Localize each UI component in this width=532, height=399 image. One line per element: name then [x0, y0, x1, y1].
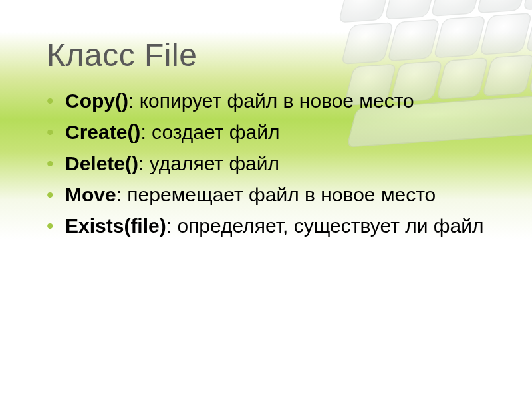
method-desc: : создает файл [140, 121, 279, 143]
method-desc: : копирует файл в новое место [128, 90, 414, 112]
list-item: Exists(file): определяет, существует ли … [47, 213, 492, 239]
method-desc: : определяет, существует ли файл [166, 215, 484, 237]
list-item: Create(): создает файл [47, 119, 492, 145]
method-name: Exists(file) [65, 215, 166, 237]
bullet-list: Copy(): копирует файл в новое место Crea… [47, 88, 492, 239]
method-name: Move [65, 184, 116, 205]
method-name: Copy() [65, 90, 128, 112]
method-desc: : удаляет файл [138, 152, 279, 174]
list-item: Copy(): копирует файл в новое место [47, 88, 492, 114]
slide-content: Класс File Copy(): копирует файл в новое… [0, 0, 532, 271]
list-item: Delete(): удаляет файл [47, 150, 492, 176]
method-desc: : перемещает файл в новое место [116, 184, 436, 205]
method-name: Delete() [65, 152, 138, 174]
method-name: Create() [65, 121, 140, 143]
slide-title: Класс File [47, 37, 492, 73]
list-item: Move: перемещает файл в новое место [47, 182, 492, 207]
